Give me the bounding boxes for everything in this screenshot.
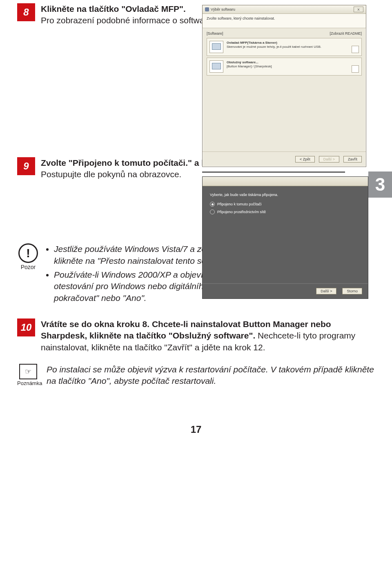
radio-icon-selected [210,202,215,207]
installer-item2-readme-button[interactable] [352,65,359,73]
radio-connected-network[interactable]: Připojeno prostřednictvím sítě [210,209,361,214]
note-label: Poznámka [17,380,39,386]
installer-item1-body: Skenování je možné pouze tehdy, je-li po… [227,45,321,49]
installer-app-icon [205,7,209,11]
radio1-label: Připojeno k tomuto počítači [217,202,262,206]
step-9-divider [202,171,345,173]
connection-cancel-button[interactable]: Storno [342,288,362,294]
connection-next-button[interactable]: Další > [316,288,336,294]
step-10-badge: 10 [17,318,35,336]
installer-item1-title: Ovladač MFP(Tiskárna a Skener) [227,41,277,45]
installer-back-button[interactable]: < Zpět [295,156,315,163]
installer-col-readme[interactable]: [Zobrazit README] [330,31,362,36]
installer-close-button[interactable]: X [354,7,363,12]
note-icon: ☞ [19,364,37,379]
installer-item2-title: Obslužný software... [227,60,258,64]
installer-headline: Zvolte software, který chcete nainstalov… [203,14,366,28]
radio-icon-unselected [210,209,215,214]
utility-software-icon [209,60,223,73]
connection-titlebar [203,177,368,186]
step-9-badge: 9 [17,157,35,175]
step-8-badge: 8 [17,3,35,21]
connection-dialog: Vyberte, jak bude vaše tiskárna připojen… [202,176,368,299]
note-block: ☞ Poznámka Po instalaci se může objevit … [17,364,375,387]
installer-item2-body: [Button Manager] / [Sharpdesk] [227,65,272,68]
radio2-label: Připojeno prostřednictvím sítě [217,210,266,214]
installer-col-software: [Software] [207,31,223,36]
installer-window: Výběr softwaru X Zvolte software, který … [202,5,366,167]
installer-next-button[interactable]: Další > [319,156,339,163]
caution-label: Pozor [17,264,39,270]
installer-title: Výběr softwaru [211,7,352,11]
step-10-row: 10 Vrátíte se do okna kroku 8. Chcete-li… [17,318,375,353]
page-number: 17 [17,424,375,435]
note-body: Po instalaci se může objevit výzva k res… [47,364,375,387]
installer-item1-readme-button[interactable] [352,46,359,53]
installer-item-mfp-driver[interactable]: Ovladač MFP(Tiskárna a Skener) Skenování… [207,38,362,56]
printer-scanner-icon [209,41,223,53]
connection-heading: Vyberte, jak bude vaše tiskárna připojen… [210,193,361,197]
installer-titlebar: Výběr softwaru X [203,5,366,14]
radio-connected-this-pc[interactable]: Připojeno k tomuto počítači [210,202,361,207]
chapter-tab: 3 [368,171,392,198]
installer-item-utility-software[interactable]: Obslužný software... [Button Manager] / … [207,58,362,76]
caution-icon: ! [18,243,38,263]
installer-close-footer-button[interactable]: Zavřít [343,156,362,163]
